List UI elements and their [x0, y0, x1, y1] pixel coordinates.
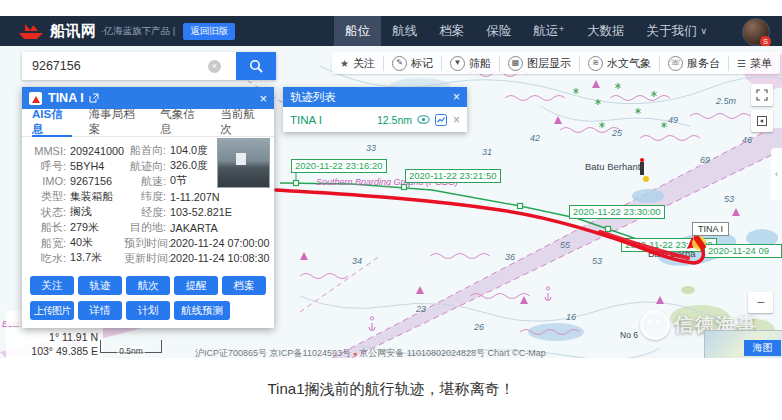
destination-value: JAKARTA — [170, 222, 218, 234]
map-scale-bar: 0.5nm — [100, 340, 162, 353]
vessel-map-label[interactable]: TINA I — [692, 222, 729, 236]
funnel-icon: ▼ — [450, 56, 465, 71]
track-ship-name: TINA I — [290, 114, 322, 126]
popup-tabs: AIS信息 海事局档案 气象信息 当前航次 — [22, 109, 274, 137]
imo-value: 9267156 — [70, 175, 112, 187]
toolbar-filter-ships[interactable]: ▼筛船 — [441, 56, 499, 71]
toolbar-weather[interactable]: ≋水文气象 — [579, 56, 659, 71]
user-avatar[interactable]: S — [742, 18, 770, 46]
nav-item-about-us[interactable]: 关于我们∨ — [635, 16, 718, 46]
status-value: 搁浅 — [70, 205, 92, 219]
callsign-value: 5BYH4 — [70, 160, 104, 172]
beam-value: 40米 — [70, 236, 93, 250]
search-icon — [249, 59, 264, 74]
track-button[interactable]: 轨迹 — [78, 276, 122, 295]
waves-icon: ≋ — [588, 56, 603, 71]
nav-item-shipping-plus[interactable]: 航运⁺ — [522, 16, 576, 46]
nav-item-big-data[interactable]: 大数据 — [576, 16, 636, 46]
toolbar-follow[interactable]: ★关注 — [332, 56, 383, 71]
popup-actions-row1: 关注 轨迹 航次 提醒 档案 — [22, 276, 274, 295]
track-distance: 12.5nm — [377, 114, 412, 126]
chart-mode-button[interactable]: 海图 — [744, 340, 781, 356]
nav-item-routes[interactable]: 航线 — [381, 16, 428, 46]
search-bar: × — [22, 52, 276, 80]
heading-value: 104.0度 — [170, 144, 208, 158]
map-attribution: 沪ICP证700865号 京ICP备11024593号●京公网安备 110108… — [195, 347, 546, 358]
collapse-icon: ‹ — [775, 169, 778, 179]
frame-select-button[interactable] — [751, 110, 773, 132]
ship-info-popup: TINA I × AIS信息 海事局档案 气象信息 当前航次 MMSI:2092… — [22, 87, 274, 328]
brand[interactable]: 船讯网 ·亿海蓝旗下产品 | 返回旧版 — [18, 22, 235, 41]
plan-button[interactable]: 计划 — [126, 301, 170, 320]
voyage-button[interactable]: 航次 — [126, 276, 170, 295]
toolbar-menu[interactable]: ☰菜单 — [728, 56, 780, 71]
minus-icon: − — [756, 294, 764, 310]
back-to-old-version-button[interactable]: 返回旧版 — [183, 23, 235, 40]
ship-type-value: 集装箱船 — [70, 190, 113, 204]
archive-button[interactable]: 档案 — [222, 276, 266, 295]
close-icon[interactable]: × — [453, 90, 460, 104]
speed-chart-icon[interactable] — [435, 114, 447, 126]
speed-value: 0节 — [170, 174, 187, 188]
tab-msa-archive[interactable]: 海事局档案 — [89, 108, 143, 137]
chevron-down-icon: ∨ — [700, 26, 707, 36]
pencil-icon: ✎ — [392, 56, 407, 71]
nav-item-archives[interactable]: 档案 — [428, 16, 475, 46]
frame-icon — [756, 115, 768, 127]
map-canvas[interactable]: Batu Berhanti Batu Berha Southern Boardi… — [0, 46, 782, 358]
menu-icon: ☰ — [737, 58, 746, 69]
longitude-value: 103-52.821E — [170, 206, 232, 218]
main-nav: 船位 航线 档案 保险 航运⁺ 大数据 关于我们∨ — [334, 16, 718, 46]
nav-item-ship-position[interactable]: 船位 — [334, 16, 381, 46]
caption-area: Tina1搁浅前的航行轨迹，堪称离奇！ — [0, 358, 782, 420]
toolbar-layers[interactable]: ▦图层显示 — [499, 56, 579, 71]
fullscreen-button[interactable] — [751, 84, 773, 106]
longitude-readout: 103° 49.385 E — [6, 344, 98, 358]
track-list-panel: 轨迹列表 × TINA I 12.5nm × — [283, 87, 467, 132]
update-time-value: 2020-11-24 10:08:30 — [170, 252, 269, 264]
collapse-panel-handle[interactable]: ‹ — [771, 148, 782, 200]
clear-search-icon[interactable]: × — [208, 60, 221, 73]
mmsi-value: 209241000 — [70, 145, 124, 157]
map-controls — [751, 84, 773, 132]
layers-icon: ▦ — [508, 56, 523, 71]
follow-button[interactable]: 关注 — [30, 276, 74, 295]
details-button[interactable]: 详情 — [78, 301, 122, 320]
draft-value: 13.7米 — [70, 251, 102, 265]
page: 船讯网 ·亿海蓝旗下产品 | 返回旧版 船位 航线 档案 保险 航运⁺ 大数据 … — [0, 0, 782, 420]
star-icon: ★ — [340, 58, 349, 69]
watermark-logo-icon — [640, 310, 670, 340]
brand-logo-icon — [18, 23, 44, 40]
track-list-header: 轨迹列表 × — [283, 87, 467, 107]
top-navbar: 船讯网 ·亿海蓝旗下产品 | 返回旧版 船位 航线 档案 保险 航运⁺ 大数据 … — [0, 16, 782, 46]
route-forecast-button[interactable]: 航线预测 — [174, 301, 230, 320]
search-input[interactable] — [22, 52, 236, 80]
tab-ais-info[interactable]: AIS信息 — [32, 108, 72, 137]
close-icon[interactable]: × — [259, 92, 267, 105]
latitude-value: 1-11.207N — [170, 191, 220, 203]
zoom-out-button[interactable]: − — [748, 292, 773, 313]
upload-photo-button[interactable]: 上传图片 — [30, 301, 74, 320]
length-value: 279米 — [70, 221, 99, 235]
toolbar-mark[interactable]: ✎标记 — [383, 56, 441, 71]
image-caption: Tina1搁浅前的航行轨迹，堪称离奇！ — [0, 358, 782, 399]
brand-suffix: ·亿海蓝旗下产品 | — [101, 25, 176, 38]
remind-button[interactable]: 提醒 — [174, 276, 218, 295]
tab-current-voyage[interactable]: 当前航次 — [221, 108, 264, 137]
remove-track-icon[interactable]: × — [453, 113, 460, 127]
toolbar-service-desk[interactable]: ☏服务台 — [659, 56, 728, 71]
nav-item-insurance[interactable]: 保险 — [475, 16, 522, 46]
eta-value: 2020-11-24 07:00:00 — [170, 237, 269, 249]
phone-icon: ☏ — [668, 56, 683, 71]
visibility-eye-icon[interactable] — [417, 115, 430, 124]
external-link-icon[interactable] — [89, 93, 99, 103]
popup-actions-row2: 上传图片 详情 计划 航线预测 — [22, 301, 274, 328]
ship-icon — [29, 92, 42, 105]
track-list-item[interactable]: TINA I 12.5nm × — [283, 107, 467, 132]
map-toolbar: ★关注 ✎标记 ▼筛船 ▦图层显示 ≋水文气象 ☏服务台 ☰菜单 — [332, 52, 780, 74]
fullscreen-icon — [756, 89, 768, 101]
ship-photo[interactable] — [217, 138, 270, 188]
search-button[interactable] — [236, 52, 276, 80]
ship-name-title: TINA I — [48, 91, 84, 105]
tab-weather-info[interactable]: 气象信息 — [160, 108, 203, 137]
